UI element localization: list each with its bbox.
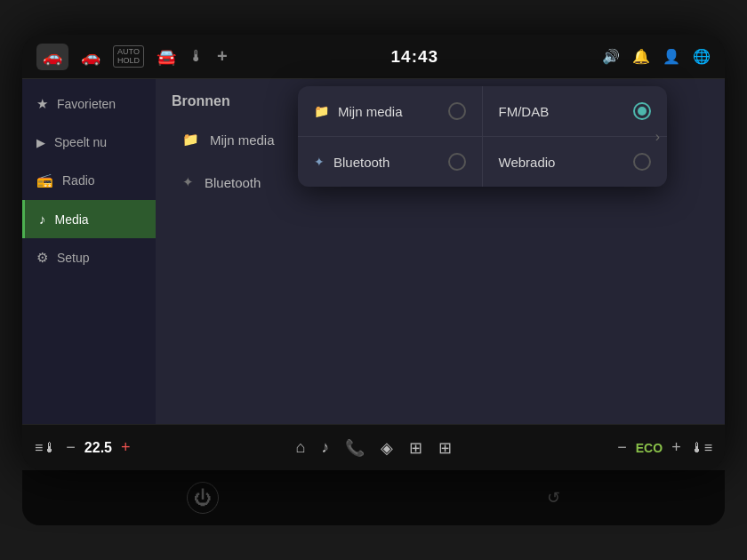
plus-icon[interactable]: + <box>217 46 228 67</box>
auto-hold-icon[interactable]: AUTOHOLD <box>113 45 144 68</box>
profile-icon[interactable]: 👤 <box>663 48 680 65</box>
phone-nav-icon[interactable]: 📞 <box>345 438 365 458</box>
physical-controls: ⏻ ↺ <box>22 470 725 525</box>
music-note-icon: ♪ <box>39 212 46 227</box>
sidebar-label-favorieten: Favorieten <box>57 97 116 111</box>
temp-minus-left[interactable]: − <box>66 438 76 457</box>
sidebar-item-favorieten[interactable]: ★ Favorieten <box>22 84 156 124</box>
sidebar-label-radio: Radio <box>62 173 95 188</box>
sidebar-label-setup: Setup <box>57 251 90 265</box>
screen-frame: 🚗 🚗 AUTOHOLD 🚘 🌡 + 14:43 🔊 🔔 👤 🌐 ★ <box>22 35 725 470</box>
bluetooth-icon: ✦ <box>182 174 194 190</box>
radio-circle-fmdab <box>633 102 651 120</box>
sidebar-item-setup[interactable]: ⚙ Setup <box>22 238 156 277</box>
fan-icon[interactable]: ≡🌡 <box>35 440 57 456</box>
gear-icon: ⚙ <box>36 250 48 266</box>
dropdown-bluetooth-icon: ✦ <box>314 155 325 169</box>
bottom-bar: ≡🌡 − 22.5 + ⌂ ♪ 📞 ◈ ⊞ ⊞ − ECO + 🌡≡ <box>22 424 725 470</box>
eco-label: ECO <box>636 441 663 455</box>
radio-circle-mijn-media <box>448 102 466 120</box>
car-display: 🚗 🚗 AUTOHOLD 🚘 🌡 + 14:43 🔊 🔔 👤 🌐 ★ <box>0 0 747 560</box>
dropdown-chevron: › <box>655 129 660 145</box>
dropdown-item-mijn-media[interactable]: 📁 Mijn media <box>298 86 483 137</box>
right-climate-icon[interactable]: 🌡≡ <box>690 440 712 456</box>
dropdown-item-fmdab[interactable]: FM/DAB <box>483 86 668 137</box>
split-screen-icon[interactable]: ⊞ <box>409 438 422 458</box>
radio-circle-bluetooth <box>448 153 466 171</box>
radio-circle-webradio <box>633 153 651 171</box>
dropdown-label-bluetooth: Bluetooth <box>333 155 390 170</box>
dropdown-label-mijn-media: Mijn media <box>338 104 403 119</box>
source-dropdown: 📁 Mijn media FM/DAB <box>298 86 667 187</box>
eco-minus[interactable]: − <box>617 438 627 457</box>
music-nav-icon[interactable]: ♪ <box>321 438 329 457</box>
main-area: ★ Favorieten ▶ Speelt nu 📻 Radio ♪ Media… <box>22 79 725 424</box>
sidebar-label-media: Media <box>55 212 89 227</box>
dropdown-item-webradio[interactable]: Webradio <box>483 137 668 187</box>
car-icon[interactable]: 🚗 <box>36 44 68 70</box>
home-icon[interactable]: ⌂ <box>295 438 305 457</box>
source-label-bluetooth: Bluetooth <box>205 175 261 190</box>
flame-icon[interactable]: 🌡 <box>189 47 205 66</box>
back-button[interactable]: ↺ <box>547 488 560 508</box>
car-front-icon[interactable]: 🚘 <box>157 47 176 67</box>
apps-grid-icon[interactable]: ⊞ <box>438 438 452 458</box>
star-icon: ★ <box>36 96 48 112</box>
dropdown-media-icon: 📁 <box>314 104 329 118</box>
car2-icon[interactable]: 🚗 <box>81 47 100 67</box>
dropdown-label-fmdab: FM/DAB <box>499 104 550 119</box>
dropdown-label-webradio: Webradio <box>499 155 556 170</box>
clock: 14:43 <box>391 47 439 67</box>
play-icon: ▶ <box>36 136 45 149</box>
eco-plus[interactable]: + <box>671 438 681 457</box>
volume-icon[interactable]: 🔊 <box>602 48 620 65</box>
radio-icon: 📻 <box>36 172 53 188</box>
center-panel: Bronnen 📁 Mijn media ✦ Bluetooth <box>156 79 725 424</box>
top-bar: 🚗 🚗 AUTOHOLD 🚘 🌡 + 14:43 🔊 🔔 👤 🌐 <box>22 35 725 79</box>
sidebar-label-speelt-nu: Speelt nu <box>54 135 107 149</box>
source-label-mijn-media: Mijn media <box>210 132 275 148</box>
sidebar-item-speelt-nu[interactable]: ▶ Speelt nu <box>22 124 156 161</box>
dropdown-item-bluetooth[interactable]: ✦ Bluetooth <box>298 137 483 187</box>
navigation-icon[interactable]: ◈ <box>381 438 393 458</box>
sidebar: ★ Favorieten ▶ Speelt nu 📻 Radio ♪ Media… <box>22 79 156 424</box>
temp-value: 22.5 <box>84 440 112 456</box>
temp-plus-left[interactable]: + <box>121 438 131 457</box>
media-folder-icon: 📁 <box>182 132 199 148</box>
power-button[interactable]: ⏻ <box>187 482 219 514</box>
sidebar-item-radio[interactable]: 📻 Radio <box>22 161 156 200</box>
globe-icon[interactable]: 🌐 <box>693 48 711 65</box>
sidebar-item-media[interactable]: ♪ Media <box>22 200 156 238</box>
bell-icon[interactable]: 🔔 <box>632 48 650 65</box>
